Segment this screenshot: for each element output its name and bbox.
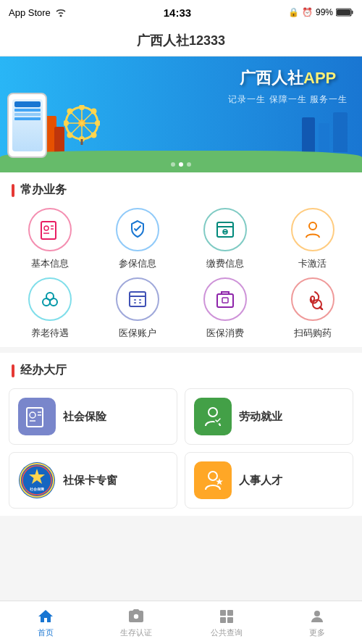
battery-text: 99% xyxy=(316,7,333,17)
nav-title: 广西人社12333 xyxy=(137,32,225,49)
carrier-text: App Store xyxy=(9,7,51,18)
office-social-insurance-label: 社会保险 xyxy=(63,410,106,424)
tab-home-label: 首页 xyxy=(38,627,54,638)
service-medical-account-label: 医保账户 xyxy=(119,327,156,340)
tab-person-icon xyxy=(308,608,326,625)
svg-point-23 xyxy=(44,226,49,230)
banner-text-area: 广西人社APP 记录一生 保障一生 服务一生 xyxy=(228,67,348,106)
svg-line-20 xyxy=(82,123,94,135)
svg-text:社会保障: 社会保障 xyxy=(29,487,44,491)
svg-rect-62 xyxy=(227,617,233,623)
svg-point-57 xyxy=(209,472,217,480)
service-basic-info[interactable]: 基本信息 xyxy=(6,208,93,270)
svg-rect-2 xyxy=(337,9,350,15)
svg-line-18 xyxy=(82,112,94,124)
service-basic-info-icon xyxy=(28,208,72,251)
office-labor-employment[interactable]: 劳动就业 xyxy=(185,388,353,445)
tab-more[interactable]: 更多 xyxy=(272,601,362,644)
svg-point-31 xyxy=(309,222,316,230)
alarm-icon: ⏰ xyxy=(302,7,313,17)
banner-phone xyxy=(7,93,47,158)
service-payment-info[interactable]: 缴费信息 xyxy=(181,208,269,270)
tab-public-query-label: 公共查询 xyxy=(211,627,243,638)
status-time: 14:33 xyxy=(164,7,191,19)
service-scan-medicine-icon xyxy=(291,277,334,321)
svg-point-50 xyxy=(209,408,217,417)
office-labor-employment-label: 劳动就业 xyxy=(239,410,282,424)
banner-ground xyxy=(0,151,362,172)
ferris-wheel-icon xyxy=(64,105,100,145)
nav-bar: 广西人社12333 xyxy=(0,25,362,57)
svg-line-44 xyxy=(320,307,322,309)
service-insurance-info[interactable]: 参保信息 xyxy=(93,208,181,270)
office-social-security-card[interactable]: 社会保障 社保卡专窗 xyxy=(9,452,177,509)
tab-public-query[interactable]: 公共查询 xyxy=(181,601,272,644)
tab-camera-icon xyxy=(127,608,145,625)
svg-rect-61 xyxy=(220,617,226,623)
svg-rect-59 xyxy=(220,610,226,616)
banner-city xyxy=(0,101,362,152)
service-medical-consume-icon xyxy=(203,277,247,321)
banner-app-title: 广西人社APP xyxy=(228,67,348,89)
banner: 广西人社APP 记录一生 保障一生 服务一生 xyxy=(0,57,362,172)
tab-home-icon xyxy=(37,608,54,625)
service-pension-label: 养老待遇 xyxy=(31,327,69,340)
common-services-grid: 基本信息 参保信息 xyxy=(0,208,362,340)
office-personnel-talent-label: 人事人才 xyxy=(239,474,282,488)
tab-survival-cert[interactable]: 生存认证 xyxy=(90,601,181,644)
service-card-activate[interactable]: 卡激活 xyxy=(269,208,356,270)
office-social-security-card-label: 社保卡专窗 xyxy=(63,474,117,488)
svg-rect-1 xyxy=(351,11,353,14)
svg-rect-60 xyxy=(227,610,233,616)
office-social-security-badge-icon: 社会保障 xyxy=(18,461,56,499)
office-hall-section: 经办大厅 社会保险 xyxy=(0,353,362,516)
service-medical-account[interactable]: 医保账户 xyxy=(93,277,181,340)
service-card-activate-label: 卡激活 xyxy=(298,257,327,270)
office-social-insurance-icon xyxy=(18,398,56,435)
svg-point-46 xyxy=(30,412,35,418)
service-pension-icon xyxy=(28,277,72,321)
svg-marker-58 xyxy=(216,478,223,485)
section-title-bar-2 xyxy=(12,364,14,377)
svg-rect-42 xyxy=(222,298,228,303)
service-medical-consume[interactable]: 医保消费 xyxy=(181,277,269,340)
banner-slogan: 记录一生 保障一生 服务一生 xyxy=(228,93,348,106)
service-scan-medicine-label: 扫码购药 xyxy=(294,327,332,340)
office-grid: 社会保险 劳动就业 xyxy=(0,388,362,509)
svg-rect-35 xyxy=(130,292,146,306)
svg-rect-41 xyxy=(217,294,233,307)
office-social-insurance[interactable]: 社会保险 xyxy=(9,388,177,445)
svg-line-19 xyxy=(70,123,83,135)
service-medical-account-icon xyxy=(116,277,159,321)
svg-point-63 xyxy=(314,611,320,616)
banner-dot-3 xyxy=(187,162,191,167)
svg-line-17 xyxy=(70,112,83,124)
common-services-section: 常办业务 基本信息 xyxy=(0,172,362,347)
tab-more-label: 更多 xyxy=(309,627,325,638)
service-basic-info-label: 基本信息 xyxy=(31,257,69,270)
banner-dot-1 xyxy=(171,162,175,167)
status-left: App Store xyxy=(9,7,67,18)
service-insurance-info-label: 参保信息 xyxy=(119,257,156,270)
office-hall-title: 经办大厅 xyxy=(0,363,362,378)
svg-point-34 xyxy=(46,293,54,300)
service-medical-consume-label: 医保消费 xyxy=(206,327,244,340)
lock-icon: 🔒 xyxy=(288,7,299,17)
service-payment-info-label: 缴费信息 xyxy=(206,257,244,270)
service-insurance-info-icon xyxy=(116,208,159,251)
office-personnel-talent[interactable]: 人事人才 xyxy=(185,452,353,509)
tab-home[interactable]: 首页 xyxy=(0,601,90,644)
section-title-bar xyxy=(12,184,14,197)
banner-dot-2 xyxy=(179,162,183,167)
service-scan-medicine[interactable]: 扫码购药 xyxy=(269,277,356,340)
status-bar: App Store 14:33 🔒 ⏰ 99% xyxy=(0,0,362,25)
tab-grid-icon xyxy=(218,608,235,625)
office-labor-employment-icon xyxy=(194,398,232,435)
wifi-icon xyxy=(55,8,67,17)
svg-rect-22 xyxy=(41,222,56,239)
banner-dots xyxy=(171,162,191,167)
main-content: 广西人社APP 记录一生 保障一生 服务一生 常办业务 xyxy=(0,57,362,571)
service-pension[interactable]: 养老待遇 xyxy=(6,277,93,340)
battery-icon xyxy=(336,8,353,17)
tab-bar: 首页 生存认证 公共查询 更多 xyxy=(0,601,362,644)
